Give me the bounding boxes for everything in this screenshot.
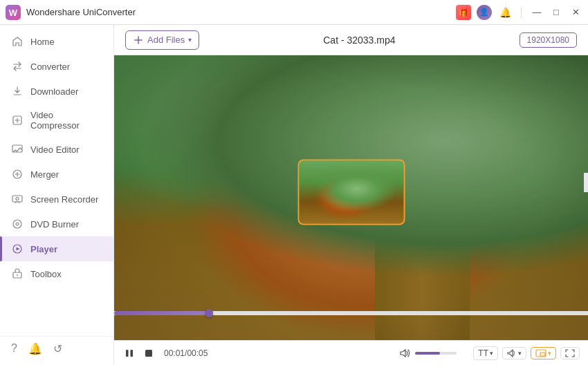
controls-bar: 00:01/00:05 TT ▾ xyxy=(114,340,588,365)
svg-point-7 xyxy=(13,220,21,228)
sidebar-item-dvd-burner[interactable]: DVD Burner xyxy=(0,212,113,236)
player-label: Player xyxy=(30,244,57,254)
svg-point-6 xyxy=(16,198,19,200)
volume-fill xyxy=(415,352,440,355)
pip-chevron: ▾ xyxy=(548,350,551,357)
svg-rect-5 xyxy=(12,196,22,202)
dvd-burner-label: DVD Burner xyxy=(30,219,79,230)
volume-slider[interactable] xyxy=(415,352,457,355)
close-button[interactable]: ✕ xyxy=(569,6,582,19)
right-controls: TT ▾ ▾ ▾ xyxy=(473,346,580,360)
screen-recorder-icon xyxy=(11,193,24,205)
volume-area xyxy=(398,346,457,360)
sidebar-item-screen-recorder[interactable]: Screen Recorder xyxy=(0,187,113,212)
volume-icon[interactable] xyxy=(398,346,412,360)
progress-fill xyxy=(114,311,209,315)
svg-text:W: W xyxy=(9,8,18,18)
sidebar-item-merger[interactable]: Merger xyxy=(0,162,113,187)
dvd-burner-icon xyxy=(11,218,24,230)
sidebar-item-home[interactable]: Home xyxy=(0,29,113,54)
subtitle-chevron: ▾ xyxy=(490,350,493,357)
time-total: 00:05 xyxy=(187,348,208,358)
user-avatar[interactable]: 👤 xyxy=(477,5,492,20)
main-layout: Home Converter Downloader xyxy=(0,25,588,365)
svg-rect-15 xyxy=(540,353,545,356)
sidebar-item-downloader[interactable]: Downloader xyxy=(0,79,113,104)
bell-icon[interactable]: 🔔 xyxy=(28,342,42,355)
toolbox-icon xyxy=(11,268,24,280)
content-header: Add Files ▾ Cat - 32033.mp4 1920X1080 xyxy=(114,25,588,55)
time-current: 00:01 xyxy=(164,348,185,358)
subtitle-label: TT xyxy=(478,348,488,358)
pip-content xyxy=(299,160,403,223)
merger-label: Merger xyxy=(30,169,59,180)
progress-bar[interactable] xyxy=(114,311,588,315)
video-compressor-icon xyxy=(11,114,24,127)
add-files-label: Add Files xyxy=(147,35,185,45)
sidebar-item-player[interactable]: Player xyxy=(0,236,113,261)
home-label: Home xyxy=(30,37,55,47)
svg-point-8 xyxy=(16,223,19,225)
merger-icon xyxy=(11,168,24,180)
converter-label: Converter xyxy=(30,62,70,72)
app-logo: W xyxy=(6,5,21,20)
converter-icon xyxy=(11,60,24,73)
titlebar: W Wondershare UniConverter 🎁 👤 🔔 — □ ✕ xyxy=(0,0,588,25)
video-editor-label: Video Editor xyxy=(30,144,80,155)
video-editor-icon xyxy=(11,143,24,156)
svg-rect-12 xyxy=(131,350,134,357)
notification-icon[interactable]: 🔔 xyxy=(497,5,513,20)
screen-recorder-label: Screen Recorder xyxy=(30,194,98,205)
gift-icon[interactable]: 🎁 xyxy=(456,5,471,20)
subtitle-button[interactable]: TT ▾ xyxy=(473,346,498,360)
sidebar-collapse-button[interactable]: ‹ xyxy=(584,173,588,192)
downloader-label: Downloader xyxy=(30,86,78,97)
video-filename: Cat - 32033.mp4 xyxy=(208,35,511,46)
downloader-icon xyxy=(11,85,24,97)
minimize-button[interactable]: — xyxy=(530,6,544,19)
stop-button[interactable] xyxy=(142,346,156,360)
video-compressor-label: Video Compressor xyxy=(30,110,102,131)
svg-rect-11 xyxy=(126,350,129,357)
time-display: 00:01/00:05 xyxy=(164,348,208,358)
app-title: Wondershare UniConverter xyxy=(26,7,456,17)
separator xyxy=(521,7,522,18)
audio-chevron: ▾ xyxy=(518,350,522,357)
sidebar-item-video-compressor[interactable]: Video Compressor xyxy=(0,104,113,137)
maximize-button[interactable]: □ xyxy=(549,6,563,19)
fullscreen-button[interactable] xyxy=(560,347,580,359)
sidebar-bottom: ? 🔔 ↺ xyxy=(0,336,113,361)
sidebar: Home Converter Downloader xyxy=(0,25,114,365)
add-files-chevron: ▾ xyxy=(188,36,192,44)
player-icon xyxy=(11,243,24,255)
pip-preview[interactable] xyxy=(297,159,405,225)
add-files-button[interactable]: Add Files ▾ xyxy=(125,30,199,50)
progress-thumb xyxy=(205,309,213,317)
resolution-badge: 1920X1080 xyxy=(520,32,577,48)
audio-button[interactable]: ▾ xyxy=(502,347,526,359)
feedback-icon[interactable]: ↺ xyxy=(53,342,62,355)
titlebar-controls: 🎁 👤 🔔 — □ ✕ xyxy=(456,5,582,20)
sidebar-item-converter[interactable]: Converter xyxy=(0,54,113,79)
content-area: Add Files ▾ Cat - 32033.mp4 1920X1080 xyxy=(114,25,588,365)
help-icon[interactable]: ? xyxy=(11,342,17,355)
home-icon xyxy=(11,35,24,48)
pause-button[interactable] xyxy=(122,346,136,360)
sidebar-item-toolbox[interactable]: Toolbox xyxy=(0,261,113,286)
sidebar-item-video-editor[interactable]: Video Editor xyxy=(0,137,113,162)
pip-button[interactable]: ▾ xyxy=(531,347,556,359)
svg-rect-13 xyxy=(145,350,152,357)
toolbox-label: Toolbox xyxy=(30,269,62,279)
video-area[interactable] xyxy=(114,55,588,340)
